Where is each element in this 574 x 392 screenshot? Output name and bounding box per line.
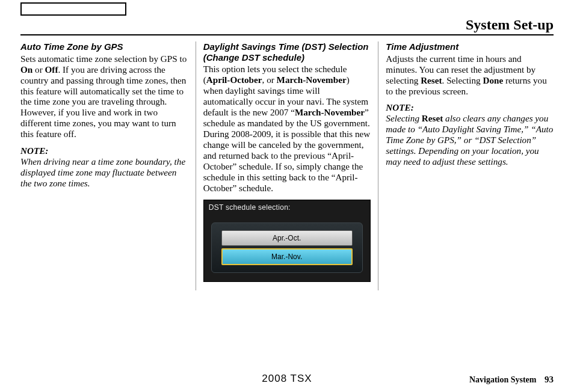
bold-reset: Reset (421, 75, 442, 85)
note-heading: NOTE: (20, 145, 188, 156)
text: ” schedule as mandated by the US governm… (203, 107, 371, 193)
footer: 2008 TSX Navigation System 93 (0, 373, 574, 385)
dst-screenshot: DST schedule selection: Apr.-Oct. Mar.-N… (203, 200, 371, 282)
footer-model: 2008 TSX (262, 373, 312, 385)
content-columns: Auto Time Zone by GPS Sets automatic tim… (20, 41, 554, 290)
dst-screenshot-title: DST schedule selection: (204, 200, 370, 222)
dst-option-apr-oct[interactable]: Apr.-Oct. (221, 230, 353, 246)
dst-option-mar-nov[interactable]: Mar.-Nov. (221, 248, 353, 265)
bold-march-november-2: March-November (295, 107, 365, 117)
text: . Selecting (442, 75, 483, 85)
note-heading: NOTE: (386, 102, 554, 113)
note-body: When driving near a time zone boundary, … (20, 156, 188, 189)
header-rule (20, 34, 554, 35)
para-time-adjustment: Adjusts the current time in hours and mi… (386, 54, 554, 97)
footer-page-number: 93 (545, 375, 554, 384)
column-dst: Daylight Savings Time (DST) Selection (C… (196, 41, 378, 290)
dst-option-panel: Apr.-Oct. Mar.-Nov. (211, 222, 363, 273)
para-auto-time-zone: Sets automatic time zone selection by GP… (20, 54, 188, 140)
para-dst: This option lets you select the schedule… (203, 64, 371, 193)
text: Sets automatic time zone selection by GP… (20, 54, 187, 64)
blank-corner-box (20, 2, 126, 16)
text: . If you are driving across the country … (20, 64, 186, 139)
column-time-adjustment: Time Adjustment Adjusts the current time… (378, 41, 554, 290)
text: , or (262, 75, 277, 85)
bold-reset-note: Reset (422, 113, 443, 123)
footer-label: Navigation System (469, 375, 537, 384)
bold-off: Off (45, 64, 58, 75)
note-body: Selecting Reset also clears any changes … (386, 113, 554, 167)
heading-auto-time-zone: Auto Time Zone by GPS (20, 41, 188, 52)
footer-right: Navigation System 93 (469, 375, 554, 385)
bold-done: Done (483, 75, 503, 85)
heading-dst: Daylight Savings Time (DST) Selection (C… (203, 41, 371, 63)
heading-time-adjustment: Time Adjustment (386, 41, 554, 52)
text: Selecting (386, 113, 421, 123)
bold-april-october: April-October (206, 75, 262, 85)
bold-march-november: March-November (277, 75, 347, 85)
text: or (32, 64, 45, 75)
column-auto-time-zone: Auto Time Zone by GPS Sets automatic tim… (20, 41, 196, 290)
bold-on: On (20, 64, 32, 75)
